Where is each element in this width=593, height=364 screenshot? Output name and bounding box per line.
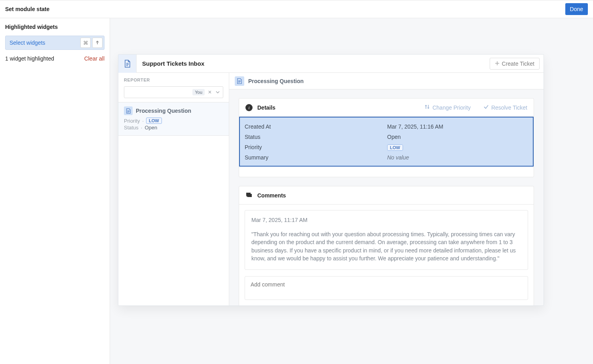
resolve-ticket-button[interactable]: Resolve Ticket: [483, 104, 527, 111]
ticket-detail-panel: Processing Question i Details Cha: [229, 73, 544, 305]
change-priority-button[interactable]: Change Priority: [424, 104, 471, 111]
status-value: Open: [387, 134, 401, 140]
plus-icon: [495, 61, 500, 67]
cmd-key-hint: ⌘: [80, 38, 91, 48]
ticket-sidebar: REPORTER You ✕: [118, 73, 229, 305]
details-highlighted-widget[interactable]: Created At Mar 7, 2025, 11:16 AM Status …: [239, 117, 534, 167]
chevron-down-icon[interactable]: [215, 90, 220, 94]
summary-label: Summary: [245, 154, 387, 161]
info-icon: i: [245, 104, 253, 111]
document-icon: [118, 55, 137, 73]
check-icon: [483, 104, 489, 111]
change-priority-label: Change Priority: [432, 104, 471, 111]
reporter-label: REPORTER: [124, 78, 223, 82]
done-button[interactable]: Done: [565, 3, 588, 15]
resolve-ticket-label: Resolve Ticket: [491, 104, 527, 111]
summary-value: No value: [387, 154, 409, 161]
priority-label: Priority: [245, 144, 387, 150]
priority-tag: LOW: [146, 118, 162, 124]
comments-card: Comments Mar 7, 2025, 11:17 AM "Thank yo…: [239, 186, 534, 305]
preview-title: Support Tickets Inbox: [142, 60, 490, 67]
clear-reporter-icon[interactable]: ✕: [207, 89, 213, 95]
document-icon: [235, 76, 244, 86]
up-arrow-hint: [92, 38, 103, 48]
detail-title: Processing Question: [248, 78, 304, 84]
add-comment-input[interactable]: [245, 276, 528, 300]
comment-item: Mar 7, 2025, 11:17 AM "Thank you for rea…: [245, 210, 528, 270]
widget-count-text: 1 widget highlighted: [5, 55, 54, 62]
canvas-area: Support Tickets Inbox Create Ticket REPO…: [110, 18, 593, 364]
select-widgets-label: Select widgets: [10, 40, 79, 46]
ticket-item-title: Processing Question: [136, 108, 191, 114]
created-at-value: Mar 7, 2025, 11:16 AM: [387, 123, 443, 130]
reporter-chip: You: [192, 89, 205, 95]
comment-timestamp: Mar 7, 2025, 11:17 AM: [251, 217, 521, 223]
page-title: Set module state: [5, 6, 49, 12]
select-widgets-button[interactable]: Select widgets ⌘: [5, 36, 105, 50]
ticket-list-item[interactable]: Processing Question Priority · LOW Statu…: [118, 102, 229, 136]
create-ticket-button[interactable]: Create Ticket: [490, 58, 540, 70]
topbar: Set module state Done: [0, 0, 593, 18]
svg-rect-0: [247, 194, 252, 197]
details-heading: Details: [257, 104, 276, 111]
sidebar-heading: Highlighted widgets: [5, 24, 105, 30]
status-label: Status: [245, 134, 387, 140]
preview-header: Support Tickets Inbox Create Ticket: [118, 55, 544, 73]
ticket-priority-label: Priority: [124, 118, 140, 124]
document-icon: [124, 106, 133, 115]
reporter-select[interactable]: You ✕: [124, 86, 223, 98]
created-at-label: Created At: [245, 123, 387, 130]
sidebar: Highlighted widgets Select widgets ⌘ 1 w…: [0, 18, 110, 364]
comment-body: "Thank you for reaching out with your qu…: [251, 230, 521, 262]
ticket-status-label: Status: [124, 125, 139, 131]
clear-all-button[interactable]: Clear all: [84, 55, 105, 62]
create-ticket-label: Create Ticket: [502, 61, 534, 67]
sort-icon: [424, 104, 430, 111]
preview-window: Support Tickets Inbox Create Ticket REPO…: [118, 54, 544, 306]
details-card: i Details Change Priority Resolve Ticket: [239, 98, 534, 177]
comments-heading: Comments: [257, 192, 286, 199]
priority-value-tag: LOW: [387, 144, 403, 151]
ticket-status-value: Open: [144, 125, 157, 131]
comments-icon: [245, 192, 253, 199]
